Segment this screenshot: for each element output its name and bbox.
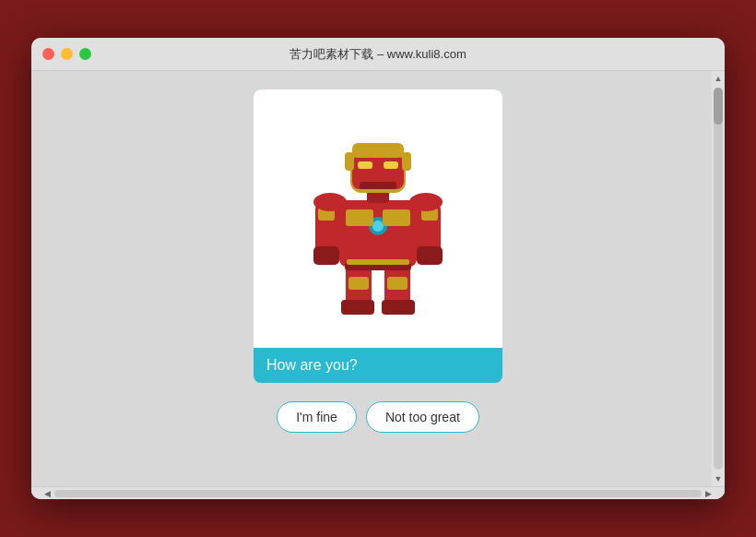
robot-image-container	[254, 90, 502, 348]
svg-rect-14	[313, 246, 339, 265]
close-button[interactable]	[42, 48, 54, 60]
svg-rect-2	[341, 300, 374, 315]
scroll-down-arrow[interactable]: ▼	[712, 471, 725, 486]
svg-rect-29	[402, 152, 411, 171]
svg-rect-27	[352, 143, 404, 158]
window-title: 苦力吧素材下载 – www.kuli8.com	[289, 46, 466, 63]
svg-point-19	[313, 193, 347, 211]
minimize-button[interactable]	[61, 48, 73, 60]
im-fine-button[interactable]: I'm fine	[277, 401, 357, 433]
vertical-scrollbar[interactable]: ▲ ▼	[712, 71, 725, 486]
scroll-track[interactable]	[714, 88, 723, 470]
svg-rect-26	[360, 182, 396, 189]
scroll-right-arrow[interactable]: ▶	[705, 489, 712, 498]
svg-rect-10	[383, 209, 410, 226]
traffic-lights	[42, 48, 91, 60]
svg-point-8	[372, 221, 384, 232]
not-too-great-button[interactable]: Not too great	[366, 401, 479, 433]
scroll-left-arrow[interactable]: ◀	[44, 489, 51, 498]
svg-point-20	[409, 193, 443, 211]
titlebar: 苦力吧素材下载 – www.kuli8.com	[31, 38, 725, 71]
svg-rect-17	[417, 246, 443, 265]
app-window: 苦力吧素材下载 – www.kuli8.com	[31, 38, 725, 499]
h-scroll-track[interactable]	[54, 490, 702, 497]
window-body: How are you? I'm fine Not too great ▲ ▼ …	[31, 71, 725, 499]
svg-rect-5	[387, 277, 408, 290]
scroll-up-arrow[interactable]: ▲	[712, 71, 725, 86]
horizontal-scrollbar[interactable]: ◀ ▶	[31, 486, 725, 499]
card-caption: How are you?	[254, 348, 502, 383]
svg-rect-28	[345, 152, 354, 171]
svg-rect-4	[348, 277, 369, 290]
scroll-thumb[interactable]	[714, 88, 723, 125]
svg-rect-24	[358, 161, 372, 169]
chat-card: How are you?	[254, 90, 502, 383]
svg-rect-25	[384, 161, 398, 169]
buttons-row: I'm fine Not too great	[277, 401, 479, 448]
svg-rect-12	[347, 259, 409, 265]
svg-rect-3	[382, 300, 415, 315]
robot-image	[295, 99, 461, 339]
maximize-button[interactable]	[79, 48, 91, 60]
content-area[interactable]: How are you? I'm fine Not too great	[31, 71, 725, 486]
svg-rect-9	[346, 209, 373, 226]
